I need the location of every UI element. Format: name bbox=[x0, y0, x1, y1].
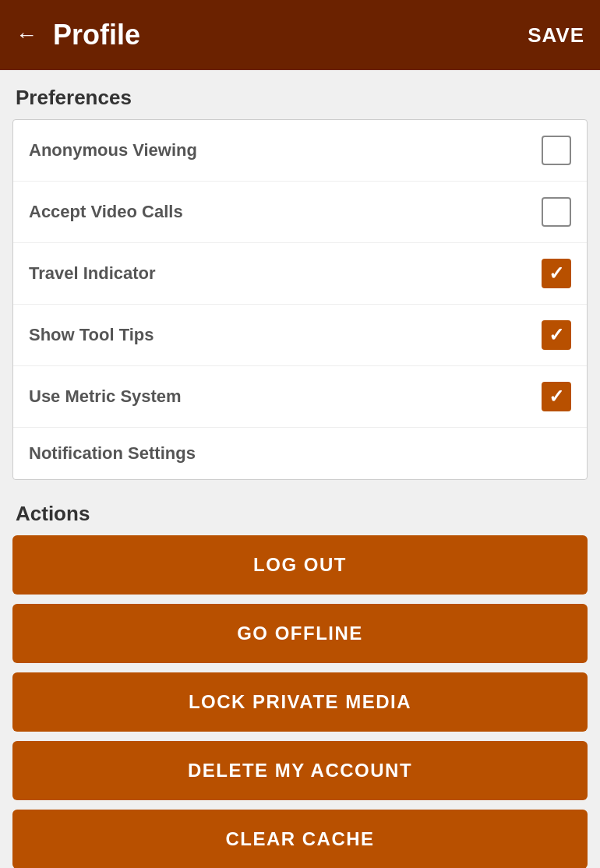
main-content: Preferences Anonymous Viewing Accept Vid… bbox=[0, 70, 600, 868]
pref-label-use-metric-system: Use Metric System bbox=[29, 386, 182, 407]
pref-row-travel-indicator: Travel Indicator bbox=[13, 243, 587, 305]
checkbox-accept-video-calls[interactable] bbox=[542, 197, 571, 227]
log-out-button[interactable]: LOG OUT bbox=[12, 535, 588, 595]
pref-row-use-metric-system: Use Metric System bbox=[13, 366, 587, 428]
checkbox-show-tool-tips[interactable] bbox=[542, 320, 571, 350]
pref-label-anonymous-viewing: Anonymous Viewing bbox=[29, 140, 197, 161]
checkbox-travel-indicator[interactable] bbox=[542, 259, 571, 288]
actions-section-label: Actions bbox=[16, 502, 588, 526]
preferences-card: Anonymous Viewing Accept Video Calls Tra… bbox=[12, 119, 588, 480]
pref-row-show-tool-tips: Show Tool Tips bbox=[13, 305, 587, 366]
pref-row-accept-video-calls: Accept Video Calls bbox=[13, 182, 587, 243]
lock-private-media-button[interactable]: LOCK PRIVATE MEDIA bbox=[12, 672, 588, 732]
pref-label-show-tool-tips: Show Tool Tips bbox=[29, 325, 154, 345]
save-button[interactable]: SAVE bbox=[528, 23, 584, 48]
pref-label-travel-indicator: Travel Indicator bbox=[29, 263, 156, 284]
go-offline-button[interactable]: GO OFFLINE bbox=[12, 604, 588, 663]
checkbox-anonymous-viewing[interactable] bbox=[542, 136, 571, 165]
app-header: ← Profile SAVE bbox=[0, 0, 600, 70]
clear-cache-button[interactable]: CLEAR CACHE bbox=[12, 810, 588, 868]
actions-section: Actions LOG OUT GO OFFLINE LOCK PRIVATE … bbox=[12, 502, 588, 868]
pref-label-notification-settings: Notification Settings bbox=[29, 443, 196, 464]
pref-row-notification-settings[interactable]: Notification Settings bbox=[13, 428, 587, 479]
checkbox-use-metric-system[interactable] bbox=[542, 382, 571, 411]
pref-row-anonymous-viewing: Anonymous Viewing bbox=[13, 120, 587, 182]
pref-label-accept-video-calls: Accept Video Calls bbox=[29, 202, 183, 222]
page-title: Profile bbox=[53, 19, 528, 51]
preferences-section-label: Preferences bbox=[16, 86, 588, 110]
delete-my-account-button[interactable]: DELETE MY ACCOUNT bbox=[12, 741, 588, 800]
back-button[interactable]: ← bbox=[16, 23, 37, 48]
